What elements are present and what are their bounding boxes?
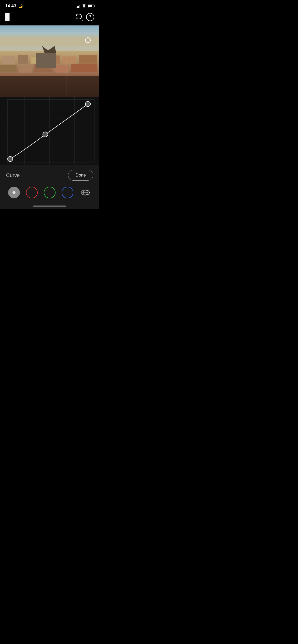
photo-svg [0,25,99,97]
blend-icon [80,187,90,198]
curve-point-high [85,101,90,107]
svg-rect-14 [36,53,56,68]
toolbar-top-row: Curve Done [0,165,99,184]
curve-label: Curve [6,172,20,178]
curve-editor[interactable] [0,97,99,165]
signal-icon [76,4,80,8]
curve-canvas[interactable] [0,97,99,165]
channel-blue-button[interactable] [62,187,73,198]
svg-rect-12 [55,65,69,72]
moon-icon: 🌙 [18,4,23,8]
status-time: 14.43 [5,4,16,9]
photo-preview [0,25,99,97]
svg-rect-17 [0,76,99,97]
undo-container [75,13,82,21]
all-channel-dot [12,191,16,194]
help-button[interactable]: ? [86,13,94,21]
channel-blend-button[interactable] [79,187,91,198]
channel-red-button[interactable] [26,187,38,198]
home-bar [33,206,66,207]
svg-rect-8 [79,55,97,64]
home-indicator [0,203,99,209]
svg-rect-4 [18,55,28,64]
curve-point-low [8,156,13,162]
bottom-toolbar: Curve Done [0,165,99,209]
wifi-icon [82,4,86,8]
status-bar: 14.43 🌙 [0,0,99,11]
curve-point-mid [43,132,48,137]
undo-button[interactable] [75,13,82,20]
back-button[interactable] [5,13,10,21]
svg-rect-7 [62,56,76,64]
channel-selector [0,184,99,203]
done-button[interactable]: Done [68,170,93,181]
channel-green-button[interactable] [44,187,56,198]
svg-rect-10 [19,66,32,72]
svg-rect-9 [0,65,17,72]
undo-indicator [81,20,83,21]
svg-rect-13 [71,64,97,72]
nav-right-actions: ? [75,13,94,21]
photo-image [0,25,99,97]
status-icons [76,4,94,8]
nav-bar: ? [0,11,99,25]
svg-rect-3 [3,56,15,64]
channel-all-button[interactable] [8,187,20,198]
battery-icon [88,5,94,8]
